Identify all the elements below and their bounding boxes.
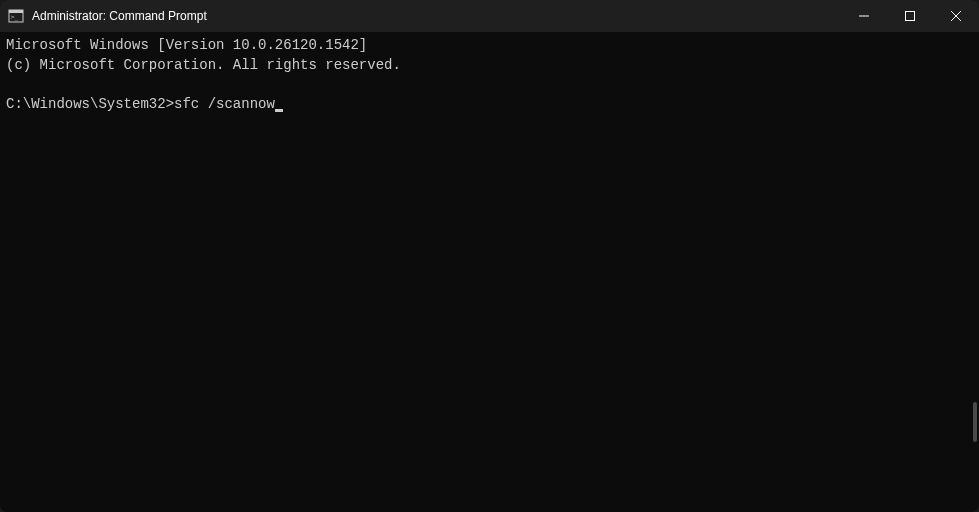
scrollbar-track[interactable] [973,32,977,512]
version-line: Microsoft Windows [Version 10.0.26120.15… [6,36,973,56]
terminal-content[interactable]: Microsoft Windows [Version 10.0.26120.15… [0,32,979,512]
window-title: Administrator: Command Prompt [32,9,841,23]
empty-line [6,75,973,95]
prompt-path: C:\Windows\System32> [6,96,174,112]
maximize-button[interactable] [887,0,933,32]
close-button[interactable] [933,0,979,32]
prompt-line: C:\Windows\System32>sfc /scannow [6,95,973,115]
minimize-button[interactable] [841,0,887,32]
svg-text:>_: >_ [11,13,19,21]
copyright-line: (c) Microsoft Corporation. All rights re… [6,56,973,76]
titlebar[interactable]: >_ Administrator: Command Prompt [0,0,979,32]
scrollbar-thumb[interactable] [973,402,977,442]
command-prompt-window: >_ Administrator: Command Prompt [0,0,979,512]
typed-command: sfc /scannow [174,96,275,112]
cmd-icon: >_ [8,8,24,24]
window-controls [841,0,979,32]
cursor-icon [275,109,283,112]
svg-rect-4 [906,12,915,21]
